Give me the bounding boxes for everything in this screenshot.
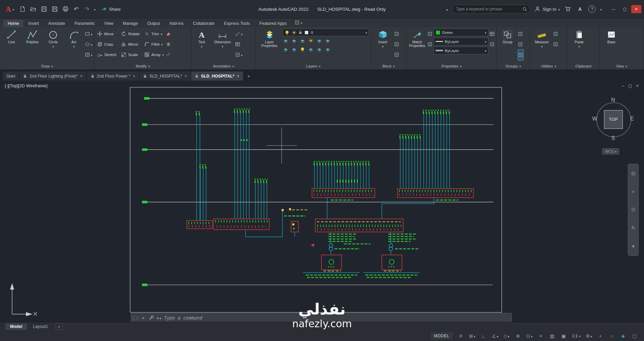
- plot-button[interactable]: [62, 5, 69, 13]
- trim-button[interactable]: Trim: [143, 29, 165, 39]
- model-tab[interactable]: Model: [5, 323, 27, 330]
- layer-tool-button[interactable]: [325, 38, 330, 45]
- polyline-button[interactable]: Polyline: [23, 29, 42, 45]
- ortho-mode-toggle[interactable]: ∟: [478, 332, 489, 340]
- layer-tool-button[interactable]: [291, 47, 297, 53]
- workspace-switching[interactable]: ⚙: [583, 332, 594, 340]
- layer-tool-button[interactable]: [291, 38, 297, 45]
- ribbon-tab-annotate[interactable]: Annotate: [44, 20, 70, 27]
- close-button[interactable]: [631, 5, 641, 13]
- properties-tool-button[interactable]: [427, 39, 433, 49]
- object-snap-toggle[interactable]: ⊡: [524, 332, 535, 340]
- rotate-button[interactable]: Rotate: [120, 29, 140, 39]
- help-menu-icon[interactable]: [600, 6, 602, 12]
- group-edit-button[interactable]: [518, 39, 524, 49]
- ribbon-tab-featured-apps[interactable]: Featured Apps: [255, 20, 291, 27]
- measure-button[interactable]: Measure: [532, 29, 552, 49]
- hardware-acceleration-toggle[interactable]: ◈: [618, 332, 629, 340]
- object-snap-tracking-toggle[interactable]: ⊕: [513, 332, 523, 340]
- layer-properties-button[interactable]: Layer Properties: [257, 29, 281, 49]
- edit-attributes-button[interactable]: [394, 39, 399, 49]
- quick-calculator-button[interactable]: [553, 39, 558, 49]
- close-tab-icon[interactable]: [133, 74, 135, 79]
- ellipse-button[interactable]: [85, 39, 92, 49]
- command-line-customize-icon[interactable]: [147, 313, 155, 322]
- save-as-button[interactable]: [51, 5, 58, 13]
- ribbon-tab-home[interactable]: Home: [3, 20, 23, 27]
- ungroup-button[interactable]: [518, 29, 524, 39]
- group-button[interactable]: Group: [498, 29, 517, 45]
- clean-screen-toggle[interactable]: ▢: [629, 332, 640, 340]
- panel-label-layers[interactable]: Layers: [256, 63, 371, 69]
- panel-label-view[interactable]: View: [600, 63, 644, 69]
- ribbon-tab-view[interactable]: View: [100, 20, 118, 27]
- insert-button[interactable]: Insert: [373, 29, 393, 49]
- viewport-controls[interactable]: [-][Top][2D Wireframe]: [5, 83, 47, 88]
- ribbon-display-toggle[interactable]: [294, 19, 303, 27]
- array-button[interactable]: Array: [143, 49, 165, 60]
- circle-button[interactable]: Circle: [43, 29, 63, 49]
- layer-tool-button[interactable]: [308, 38, 314, 45]
- new-layout-button[interactable]: [55, 323, 63, 330]
- lineweight-dropdown[interactable]: ByLayer: [434, 47, 488, 54]
- layer-dropdown[interactable]: 0: [282, 29, 369, 36]
- drawing-close-button[interactable]: [636, 83, 639, 88]
- polar-tracking-toggle[interactable]: ∠: [490, 332, 500, 340]
- app-store-button[interactable]: [564, 5, 572, 13]
- ribbon-tab-collaborate[interactable]: Collaborate: [189, 20, 219, 27]
- layer-tool-button[interactable]: [317, 47, 322, 53]
- zoom-icon[interactable]: ⊙: [631, 206, 636, 212]
- properties-tool-button[interactable]: [427, 29, 433, 39]
- command-line[interactable]: [131, 313, 512, 322]
- ribbon-tab-output[interactable]: Output: [143, 20, 164, 27]
- sign-in-button[interactable]: Sign In: [534, 6, 560, 12]
- move-button[interactable]: Move: [96, 29, 117, 39]
- new-drawing-button[interactable]: [19, 5, 26, 13]
- block-editor-button[interactable]: [394, 49, 399, 60]
- line-button[interactable]: Line: [2, 29, 22, 45]
- minimize-button[interactable]: [608, 5, 618, 13]
- file-tab-sld-hospital-2[interactable]: SLD_HOSPITAL*: [191, 71, 243, 81]
- layout1-tab[interactable]: Layout1: [28, 323, 52, 330]
- isodraft-toggle[interactable]: ◇: [501, 332, 512, 340]
- panel-label-annotation[interactable]: Annotation: [192, 63, 255, 69]
- viewcube-south[interactable]: S: [591, 135, 635, 141]
- group-selection-toggle[interactable]: [518, 49, 524, 60]
- file-tab-sld-hospital-1[interactable]: SLD_HOSPITAL*: [139, 71, 191, 81]
- panel-label-clipboard[interactable]: Clipboard: [567, 63, 599, 69]
- table-button[interactable]: [235, 39, 243, 49]
- share-button[interactable]: Share: [101, 6, 121, 12]
- show-motion-icon[interactable]: ▾: [632, 243, 635, 249]
- panel-label-properties[interactable]: Properties: [406, 63, 496, 69]
- layer-tool-button[interactable]: [300, 38, 305, 45]
- leader-button[interactable]: [235, 29, 243, 39]
- transparency-toggle[interactable]: ▨: [547, 332, 558, 340]
- panel-label-modify[interactable]: Modify: [94, 63, 191, 69]
- close-tab-icon[interactable]: [237, 74, 239, 79]
- file-tab-2nd-floor-lighting[interactable]: 2nd Floor Lighting (Final)*: [19, 71, 86, 81]
- ribbon-tab-addins[interactable]: Add-ins: [165, 20, 188, 27]
- open-button[interactable]: [30, 5, 37, 13]
- panel-label-block[interactable]: Block: [371, 63, 406, 69]
- drawing-svg[interactable]: [128, 85, 504, 313]
- linetype-dropdown[interactable]: ByLayer: [434, 38, 488, 45]
- viewcube-east[interactable]: E: [630, 116, 634, 122]
- panel-label-draw[interactable]: Draw: [0, 63, 94, 69]
- close-tab-icon[interactable]: [185, 74, 187, 79]
- erase-button[interactable]: [166, 29, 171, 39]
- panel-label-groups[interactable]: Groups: [497, 63, 530, 69]
- file-tab-start[interactable]: Start: [3, 71, 19, 81]
- viewcube-west[interactable]: W: [592, 116, 597, 122]
- selection-cycling-toggle[interactable]: ▣: [558, 332, 569, 340]
- wcs-button[interactable]: WCS: [602, 148, 619, 154]
- search-input[interactable]: [455, 6, 522, 12]
- model-space-indicator[interactable]: MODEL: [431, 332, 453, 340]
- file-tab-2nd-floor-power[interactable]: 2nd Floor Power *: [87, 71, 139, 81]
- text-button[interactable]: Text: [193, 29, 210, 49]
- drawing-restore-button[interactable]: [628, 83, 632, 88]
- viewcube[interactable]: N S W E TOP: [591, 97, 635, 141]
- command-input[interactable]: [163, 315, 512, 321]
- navigation-wheel-icon[interactable]: ◎: [631, 170, 635, 176]
- panel-label-utilities[interactable]: Utilities: [530, 63, 567, 69]
- arc-button[interactable]: Arc: [64, 29, 84, 49]
